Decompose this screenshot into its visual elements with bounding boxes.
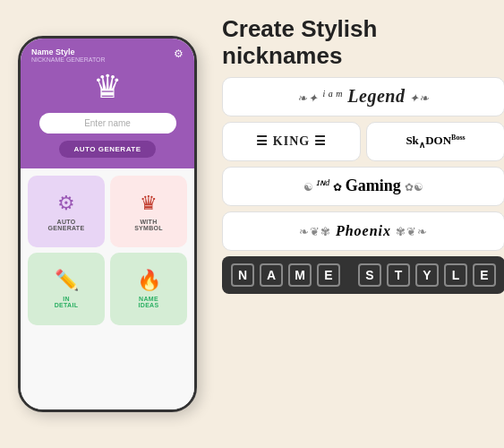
crown-symbol-icon: ♛ [140, 192, 158, 215]
menu-card-name-ideas[interactable]: 🔥 NAMEIDEAS [110, 253, 187, 324]
app-subtitle: NICKNAME GENERATOR [31, 56, 106, 63]
skadon-nickname: Sk∧DONBoss [406, 134, 465, 150]
pencil-icon: ✏️ [55, 269, 79, 292]
king-nickname: ☰ KING ☰ [256, 134, 326, 149]
letter-N: N [231, 263, 254, 287]
headline: Create Stylish nicknames [222, 16, 504, 70]
phone-header: Name Style NICKNAME GENERATOR ⚙ ♛ Enter … [21, 39, 194, 168]
nickname-card-skadon[interactable]: Sk∧DONBoss [366, 122, 504, 161]
name-input[interactable]: Enter name [39, 113, 176, 134]
with-symbol-label: WITHSYMBOL [134, 219, 163, 231]
gaming-nickname: ☯ ɪɴd ✿ Gaming ✿☯ [303, 177, 423, 195]
letter-A: A [260, 263, 283, 287]
letter-M: M [288, 263, 312, 287]
settings-icon: ⚙ [57, 192, 75, 215]
letter-E2: E [473, 263, 496, 287]
name-ideas-label: NAMEIDEAS [139, 296, 159, 308]
menu-card-auto-generate[interactable]: ⚙ AUTOGENERATE [28, 176, 105, 247]
auto-generate-button[interactable]: AUTO GENERATE [59, 141, 155, 158]
phone-frame: Name Style NICKNAME GENERATOR ⚙ ♛ Enter … [18, 36, 197, 412]
letter-T: T [387, 263, 410, 287]
letter-E: E [317, 263, 340, 287]
letter-L: L [444, 263, 467, 287]
nickname-card-phoenix[interactable]: ❧❦✾ Phoenix ✾❦❧ [222, 211, 504, 251]
nickname-card-king[interactable]: ☰ KING ☰ [222, 122, 361, 161]
phoenix-nickname: ❧❦✾ Phoenix ✾❦❧ [299, 223, 427, 239]
auto-generate-label: AUTOGENERATE [48, 219, 85, 231]
headline-line2: nicknames [222, 42, 342, 69]
menu-card-in-detail[interactable]: ✏️ INDETAIL [28, 253, 105, 324]
nickname-row-2: ☰ KING ☰ Sk∧DONBoss [222, 122, 504, 161]
phone-mockup: Name Style NICKNAME GENERATOR ⚙ ♛ Enter … [0, 0, 215, 448]
letter-Y: Y [415, 263, 439, 287]
nickname-card-legend[interactable]: ❧✦ i a m Legend ✦❧ [222, 77, 504, 116]
app-name: Name Style [31, 47, 106, 56]
name-style-bar: N A M E S T Y L E [222, 256, 504, 294]
headline-line1: Create Stylish [222, 15, 377, 42]
nickname-cards-list: ❧✦ i a m Legend ✦❧ ☰ KING ☰ Sk∧DONBoss ☯… [222, 77, 504, 434]
crown-icon: ♛ [93, 68, 122, 106]
right-section: Create Stylish nicknames ❧✦ i a m Legend… [215, 0, 504, 448]
menu-card-with-symbol[interactable]: ♛ WITHSYMBOL [110, 176, 187, 247]
letter-S: S [358, 263, 381, 287]
phone-body: ⚙ AUTOGENERATE ♛ WITHSYMBOL ✏️ INDETAIL … [21, 168, 194, 409]
in-detail-label: INDETAIL [55, 296, 79, 308]
legend-nickname: ❧✦ i a m Legend ✦❧ [297, 86, 429, 107]
gear-icon[interactable]: ⚙ [174, 47, 184, 60]
flame-icon: 🔥 [137, 269, 161, 292]
nickname-card-gaming[interactable]: ☯ ɪɴd ✿ Gaming ✿☯ [222, 167, 504, 206]
